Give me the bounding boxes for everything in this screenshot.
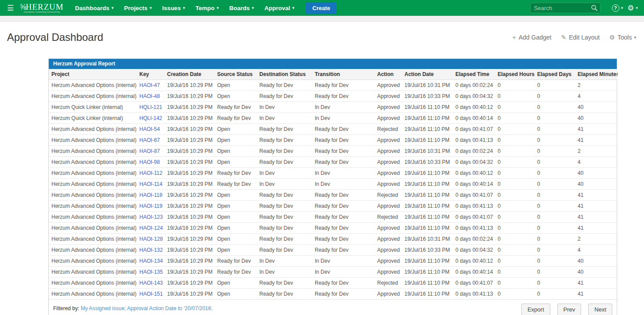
nav-item-issues[interactable]: Issues▾: [157, 0, 190, 16]
cell-action_date: 19/Jul/16 11:10 PM: [402, 267, 453, 278]
hamburger-menu-icon[interactable]: ☰: [4, 4, 17, 13]
nav-item-dashboards[interactable]: Dashboards▾: [70, 0, 119, 16]
issue-key-link[interactable]: HAOI-124: [139, 225, 163, 231]
cell-elapsed_days: 0: [535, 80, 575, 91]
issue-key-link[interactable]: HAOI-132: [139, 247, 163, 253]
add-gadget-button[interactable]: +Add Gadget: [513, 34, 552, 41]
issue-key-link[interactable]: HAOI-48: [139, 93, 160, 99]
issue-key-link[interactable]: HAOI-143: [139, 280, 163, 286]
cell-creation_date: 19/Jul/16 10:29 PM: [164, 146, 215, 157]
table-row: Herzum Advanced Options (internal)HAOI-1…: [49, 234, 618, 245]
cell-action: Rejected: [375, 212, 402, 223]
table-row: Herzum Advanced Options (internal)HAOI-1…: [49, 201, 618, 212]
cell-action_date: 19/Jul/16 11:10 PM: [402, 212, 453, 223]
cell-action: Approved: [375, 289, 402, 300]
export-button[interactable]: Export: [521, 304, 550, 315]
issue-key-link[interactable]: HAOI-112: [139, 170, 162, 176]
cell-elapsed_minutes: 40: [575, 113, 618, 124]
issue-key-link[interactable]: HQLI-142: [139, 115, 162, 121]
logo-tagline: Innovation Consulting Outsourcing: [24, 11, 60, 14]
herzum-logo[interactable]: ⅝​HERZUM Innovation Consulting Outsourci…: [20, 3, 63, 14]
nav-item-approval[interactable]: Approval▾: [259, 0, 300, 16]
tools-button[interactable]: ⚙Tools▾: [609, 34, 636, 41]
issue-key-link[interactable]: HAOI-54: [139, 126, 160, 132]
cell-creation_date: 19/Jul/16 10:29 PM: [164, 91, 215, 102]
nav-item-tempo[interactable]: Tempo▾: [190, 0, 224, 16]
column-header-destination_status: Destination Status: [257, 69, 312, 80]
table-row: Herzum Advanced Options (internal)HAOI-4…: [49, 80, 618, 91]
cell-elapsed_days: 0: [535, 124, 575, 135]
cell-elapsed_time: 0 days 00:40:14: [453, 267, 495, 278]
cell-action_date: 19/Jul/16 10:31 PM: [402, 234, 453, 245]
cell-elapsed_days: 0: [535, 113, 575, 124]
issue-key-link[interactable]: HAOI-47: [139, 82, 160, 88]
chevron-down-icon: ▾: [112, 6, 114, 10]
issue-key-link[interactable]: HQLI-121: [139, 104, 162, 110]
issue-key-link[interactable]: HAOI-114: [139, 181, 162, 187]
nav-menu: Dashboards▾Projects▾Issues▾Tempo▾Boards▾…: [70, 0, 300, 16]
search-input[interactable]: [530, 3, 600, 13]
issue-key-link[interactable]: HAOI-134: [139, 258, 163, 264]
navbar-right: ? ▾ ⚙ ▾: [530, 3, 638, 13]
issue-key-link[interactable]: HAOI-67: [139, 137, 160, 143]
cell-transition: In Dev: [312, 256, 375, 267]
settings-menu[interactable]: ⚙ ▾: [627, 4, 638, 12]
cell-elapsed_time: 0 days 00:02:24: [453, 234, 495, 245]
action-label: Tools: [618, 34, 632, 41]
cell-creation_date: 19/Jul/16 10:29 PM: [164, 278, 215, 289]
logo-text: ⅝​HERZUM: [20, 3, 63, 11]
cell-project: Herzum Advanced Options (internal): [49, 234, 137, 245]
cell-elapsed_days: 0: [535, 135, 575, 146]
table-row: Herzum Advanced Options (internal)HAOI-1…: [49, 267, 618, 278]
cell-elapsed_minutes: 40: [575, 267, 618, 278]
create-button[interactable]: Create: [306, 2, 337, 14]
table-row: Herzum Advanced Options (internal)HAOI-4…: [49, 91, 618, 102]
issue-key-link[interactable]: HAOI-119: [139, 203, 162, 209]
cell-destination_status: Ready for Dev: [257, 234, 312, 245]
cell-elapsed_time: 0 days 00:40:14: [453, 113, 495, 124]
cell-elapsed_days: 0: [535, 168, 575, 179]
cell-destination_status: Ready for Dev: [257, 146, 312, 157]
cell-source_status: Open: [215, 201, 257, 212]
issue-key-link[interactable]: HAOI-98: [139, 159, 160, 165]
chevron-down-icon: ▾: [634, 35, 636, 40]
next-button[interactable]: Next: [588, 304, 612, 315]
help-menu[interactable]: ? ▾: [612, 4, 623, 12]
cell-elapsed_time: 0 days 00:41:07: [453, 212, 495, 223]
cell-elapsed_time: 0 days 00:41:07: [453, 190, 495, 201]
column-header-project: Project: [49, 69, 137, 80]
nav-item-projects[interactable]: Projects▾: [119, 0, 157, 16]
cell-transition: Ready for Dev: [312, 212, 375, 223]
table-row: Herzum Advanced Options (internal)HAOI-1…: [49, 223, 618, 234]
table-row: Herzum Advanced Options (internal)HAOI-1…: [49, 245, 618, 256]
cell-source_status: Open: [215, 80, 257, 91]
prev-button[interactable]: Prev: [557, 304, 582, 315]
cell-elapsed_days: 0: [535, 278, 575, 289]
cell-project: Herzum Advanced Options (internal): [49, 278, 137, 289]
issue-key-link[interactable]: HAOI-123: [139, 214, 163, 220]
cell-transition: Ready for Dev: [312, 223, 375, 234]
issue-key-link[interactable]: HAOI-135: [139, 269, 163, 275]
cell-elapsed_minutes: 40: [575, 256, 618, 267]
issue-key-link[interactable]: HAOI-151: [139, 291, 163, 297]
cell-source_status: Open: [215, 289, 257, 300]
cell-creation_date: 19/Jul/16 10:29 PM: [164, 289, 215, 300]
issue-key-link[interactable]: HAOI-118: [139, 192, 162, 198]
cell-project: Herzum Quick Linker (internal): [49, 102, 137, 113]
cell-elapsed_minutes: 4: [575, 245, 618, 256]
filter-link[interactable]: My Assigned issue; Approval Action Date …: [81, 305, 213, 311]
cell-project: Herzum Advanced Options (internal): [49, 168, 137, 179]
cell-creation_date: 19/Jul/16 10:29 PM: [164, 223, 215, 234]
nav-item-boards[interactable]: Boards▾: [224, 0, 259, 16]
cell-source_status: Open: [215, 91, 257, 102]
cell-destination_status: Ready for Dev: [257, 245, 312, 256]
nav-item-label: Dashboards: [75, 5, 109, 11]
search-icon[interactable]: [591, 4, 598, 11]
issue-key-link[interactable]: HAOI-87: [139, 148, 160, 154]
cell-action: Approved: [375, 256, 402, 267]
cell-action_date: 19/Jul/16 10:33 PM: [402, 91, 453, 102]
cell-action_date: 19/Jul/16 11:10 PM: [402, 168, 453, 179]
issue-key-link[interactable]: HAOI-128: [139, 236, 163, 242]
edit-layout-button[interactable]: ✎Edit Layout: [561, 34, 600, 41]
cell-action_date: 19/Jul/16 10:31 PM: [402, 146, 453, 157]
